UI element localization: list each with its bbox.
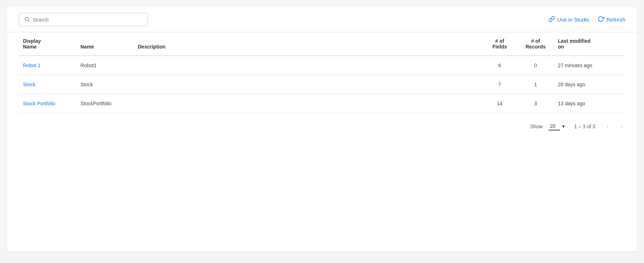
cell-fields: 14 xyxy=(482,94,518,113)
next-page-button[interactable]: › xyxy=(617,122,625,131)
col-header-fields: # of Fields xyxy=(482,32,518,56)
show-select-wrapper: 102050100 ▼ xyxy=(549,123,566,130)
refresh-icon xyxy=(598,16,604,23)
cell-name: StockPortfolio xyxy=(76,94,134,113)
main-container: Use in Studio Refresh Display xyxy=(7,7,637,252)
cell-modified: 27 minutes ago xyxy=(554,56,625,75)
table-container: Display Name Name Description # of Field… xyxy=(7,32,637,113)
col-header-name: Name xyxy=(76,32,134,56)
use-in-studio-label: Use in Studio xyxy=(557,17,589,23)
search-input[interactable] xyxy=(33,17,143,23)
page-info: 1 – 3 of 3 xyxy=(574,124,595,129)
cell-records: 1 xyxy=(518,75,554,94)
chevron-down-icon: ▼ xyxy=(561,124,566,129)
cell-name: Robot1 xyxy=(76,56,134,75)
refresh-label: Refresh xyxy=(606,17,625,23)
cell-records: 3 xyxy=(518,94,554,113)
cell-fields: 7 xyxy=(482,75,518,94)
table-body: Robot 1 Robot1 6 0 27 minutes ago Stock … xyxy=(19,56,625,113)
link-icon xyxy=(549,16,555,23)
search-wrapper[interactable] xyxy=(19,13,148,26)
refresh-button[interactable]: Refresh xyxy=(598,16,625,23)
cell-description xyxy=(134,94,482,113)
cell-records: 0 xyxy=(518,56,554,75)
table-row: Stock Portfolio StockPortfolio 14 3 13 d… xyxy=(19,94,625,113)
col-header-modified: Last modified on xyxy=(554,32,625,56)
table-row: Stock Stock 7 1 20 days ago xyxy=(19,75,625,94)
pagination-bar: Show 102050100 ▼ 1 – 3 of 3 ‹ › xyxy=(7,113,637,140)
cell-fields: 6 xyxy=(482,56,518,75)
use-in-studio-button[interactable]: Use in Studio xyxy=(549,16,589,23)
header-actions: Use in Studio Refresh xyxy=(549,16,625,23)
search-icon xyxy=(24,16,30,23)
show-label: Show xyxy=(530,124,543,129)
cell-display-name: Stock Portfolio xyxy=(19,94,76,113)
svg-line-1 xyxy=(28,20,29,22)
entity-link[interactable]: Robot 1 xyxy=(23,63,41,68)
cell-name: Stock xyxy=(76,75,134,94)
cell-modified: 20 days ago xyxy=(554,75,625,94)
entity-link[interactable]: Stock Portfolio xyxy=(23,101,55,106)
header-bar: Use in Studio Refresh xyxy=(7,7,637,32)
show-select[interactable]: 102050100 xyxy=(549,123,560,130)
table-row: Robot 1 Robot1 6 0 27 minutes ago xyxy=(19,56,625,75)
entities-table: Display Name Name Description # of Field… xyxy=(19,32,625,113)
cell-modified: 13 days ago xyxy=(554,94,625,113)
col-header-display-name: Display Name xyxy=(19,32,76,56)
cell-display-name: Robot 1 xyxy=(19,56,76,75)
cell-description xyxy=(134,56,482,75)
col-header-description: Description xyxy=(134,32,482,56)
prev-page-button[interactable]: ‹ xyxy=(604,122,612,131)
cell-display-name: Stock xyxy=(19,75,76,94)
col-header-records: # of Records xyxy=(518,32,554,56)
cell-description xyxy=(134,75,482,94)
entity-link[interactable]: Stock xyxy=(23,82,36,87)
table-header-row: Display Name Name Description # of Field… xyxy=(19,32,625,56)
